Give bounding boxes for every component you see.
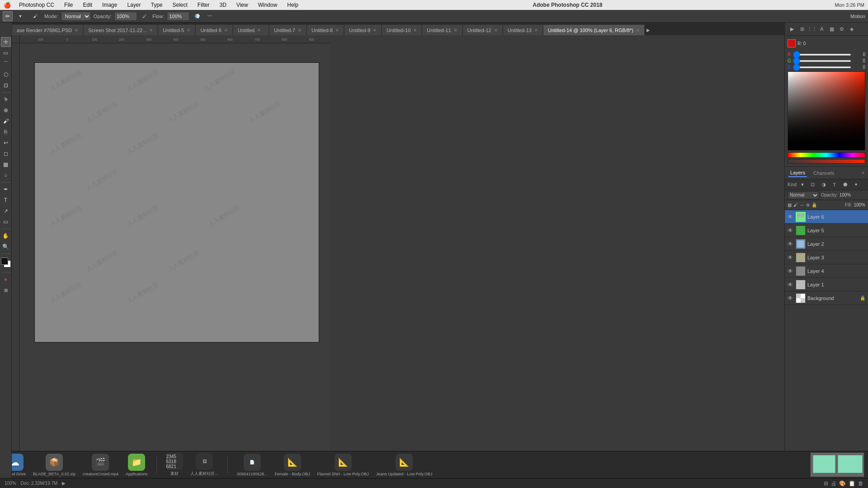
hand-tool[interactable]: ✋ <box>1 231 11 241</box>
layer-item-layer5[interactable]: 👁 Layer 5 <box>785 224 868 237</box>
options-preset-picker[interactable]: ▼ <box>15 11 25 21</box>
panel-icon-grid[interactable]: ⊞ <box>797 24 807 33</box>
quick-select-tool[interactable]: ⬡ <box>1 70 11 80</box>
text-tool[interactable]: T <box>1 195 11 205</box>
pressure-opacity-btn[interactable]: 🖊 <box>140 11 150 21</box>
screen-mode-btn[interactable]: ⊞ <box>1 285 11 295</box>
panel-icon-type[interactable]: A <box>817 24 826 33</box>
tab-untitled5[interactable]: Untitled-5 ✕ <box>158 24 195 35</box>
panel-icon-play[interactable]: ▶ <box>788 24 797 33</box>
options-tool-preset[interactable]: 🖌 <box>28 11 42 21</box>
layers-blending-mode[interactable]: Normal <box>788 191 819 199</box>
tab-close-icon[interactable]: ✕ <box>224 28 228 33</box>
menu-window[interactable]: Window <box>256 1 279 9</box>
channels-tab[interactable]: Channels <box>811 169 836 177</box>
nav-arrow[interactable]: ▶ <box>62 481 66 486</box>
layer-filter-pixel[interactable]: ⊡ <box>808 180 817 189</box>
tab-close-icon[interactable]: ✕ <box>187 28 190 33</box>
layer-item-background[interactable]: 👁 Background 🔒 <box>785 291 868 305</box>
taskbar-item-female[interactable]: 📐 Female - Body.OBJ <box>275 454 310 476</box>
move-tool[interactable]: ✛ <box>1 37 11 47</box>
tab-close-icon[interactable]: ✕ <box>75 28 78 33</box>
tab-untitled11[interactable]: Untitled-11 ✕ <box>422 24 462 35</box>
tab-close-icon[interactable]: ✕ <box>636 28 640 33</box>
dodge-tool[interactable]: ○ <box>1 170 11 180</box>
crop-tool[interactable]: ⊡ <box>1 80 11 90</box>
color-preview-swatch[interactable] <box>788 39 796 47</box>
tab-untitled10[interactable]: Untitled-10 ✕ <box>382 24 422 35</box>
lock-image-icon[interactable]: 🖌 <box>793 202 798 207</box>
airbrush-btn[interactable]: 💨 <box>192 11 202 21</box>
shape-tool[interactable]: ▭ <box>1 217 11 227</box>
brush-tool-options[interactable]: ✏ <box>3 11 13 21</box>
layer-filter-smart[interactable]: ✦ <box>852 180 861 189</box>
tab-close-icon[interactable]: ✕ <box>298 28 302 33</box>
opacity-input[interactable] <box>114 12 137 21</box>
blue-slider[interactable] <box>793 66 851 68</box>
path-select-tool[interactable]: ↗ <box>1 206 11 216</box>
menu-help[interactable]: Help <box>285 1 300 9</box>
menu-filter[interactable]: Filter <box>196 1 212 9</box>
layer-visibility-icon[interactable]: 👁 <box>788 241 794 247</box>
status-icon-2[interactable]: 🖨 <box>831 480 836 487</box>
tab-untitled9[interactable]: Untitled-9 ✕ <box>344 24 382 35</box>
layer-visibility-icon[interactable]: 👁 <box>788 214 794 220</box>
clone-stamp-tool[interactable]: ⎘ <box>1 127 11 137</box>
tab-close-icon[interactable]: ✕ <box>373 28 377 33</box>
menu-file[interactable]: File <box>62 1 75 9</box>
selection-tool[interactable]: ▭ <box>1 48 11 58</box>
menu-edit[interactable]: Edit <box>81 1 94 9</box>
tab-untitled14[interactable]: Untitled-14 @ 100% (Layer 6, RGB/8*) ✕ <box>543 24 645 35</box>
tab-untitled8[interactable]: Untitled-8 ✕ <box>307 24 344 35</box>
layer-item-layer2[interactable]: 👁 Layer 2 <box>785 237 868 251</box>
status-icon-5[interactable]: 🗑 <box>858 480 863 487</box>
menu-layer[interactable]: Layer <box>125 1 142 9</box>
lock-position-icon[interactable]: ⊕ <box>806 202 810 207</box>
tab-close-icon[interactable]: ✕ <box>494 28 498 33</box>
spot-heal-tool[interactable]: ⊕ <box>1 105 11 115</box>
foreground-color-swatch[interactable] <box>1 258 8 265</box>
tab-untitled6[interactable]: Untitled 6 ✕ <box>195 24 232 35</box>
hue-bar[interactable] <box>788 152 865 158</box>
menu-type[interactable]: Type <box>149 1 164 9</box>
green-slider[interactable] <box>793 60 851 62</box>
tab-close-icon[interactable]: ✕ <box>534 28 538 33</box>
eyedropper-tool[interactable]: 🖰 <box>1 94 11 104</box>
layer-visibility-icon[interactable]: 👁 <box>788 282 794 288</box>
tab-close-icon[interactable]: ✕ <box>149 28 153 33</box>
tab-untitled12[interactable]: Untitled-12 ✕ <box>462 24 503 35</box>
status-icon-4[interactable]: 📋 <box>849 480 855 487</box>
layer-visibility-icon[interactable]: 👁 <box>788 295 794 301</box>
pen-tool[interactable]: ✒ <box>1 184 11 194</box>
mode-select[interactable]: Normal <box>61 12 91 21</box>
smoothing-btn[interactable]: 〰 <box>205 11 215 21</box>
layer-item-layer3[interactable]: 👁 Layer 3 <box>785 251 868 264</box>
taskbar-item-flannel[interactable]: 📐 Flannel Shirt - Low Poly.OBJ <box>317 454 368 476</box>
menu-select[interactable]: Select <box>170 1 189 9</box>
layer-visibility-icon[interactable]: 👁 <box>788 268 794 274</box>
zoom-tool[interactable]: 🔍 <box>1 242 11 252</box>
layer-item-layer6[interactable]: 👁 Layer 6 <box>785 210 868 224</box>
taskbar-item-apps[interactable]: 📁 Applications <box>126 454 148 476</box>
tab-close-icon[interactable]: ✕ <box>413 28 417 33</box>
taskbar-item-file1[interactable]: 📄 006641180628... <box>237 454 268 476</box>
gradient-tool[interactable]: ▦ <box>1 160 11 169</box>
quick-mask-btn[interactable]: ◈ <box>1 274 11 284</box>
color-gradient-picker[interactable] <box>788 71 865 150</box>
status-icon-1[interactable]: ⊞ <box>824 480 828 487</box>
tab-close-icon[interactable]: ✕ <box>335 28 339 33</box>
kind-selector-icon[interactable]: ▼ <box>800 182 805 187</box>
color-swatches[interactable] <box>1 258 11 267</box>
flow-input[interactable] <box>167 12 189 21</box>
panel-icon-gradient[interactable]: ▦ <box>827 24 836 33</box>
layer-visibility-icon[interactable]: 👁 <box>788 227 794 234</box>
layer-visibility-icon[interactable]: 👁 <box>788 254 794 261</box>
tab-untitled[interactable]: Untitled ✕ <box>233 24 269 35</box>
lock-all-icon[interactable]: 🔒 <box>811 202 817 207</box>
tab-ase-render[interactable]: ase Render #76861.PSD ✕ <box>12 24 83 35</box>
taskbar-item-rm[interactable]: 🖼 人人素材社区... <box>190 453 218 477</box>
tab-screenshot[interactable]: Screen Shot 2017-11-22... ✕ <box>83 24 158 35</box>
taskbar-item-creature[interactable]: 🎬 creatureCrowd.mp4 <box>83 454 118 476</box>
history-brush-tool[interactable]: ↩ <box>1 138 11 148</box>
panel-icon-settings[interactable]: ⚙ <box>837 24 846 33</box>
